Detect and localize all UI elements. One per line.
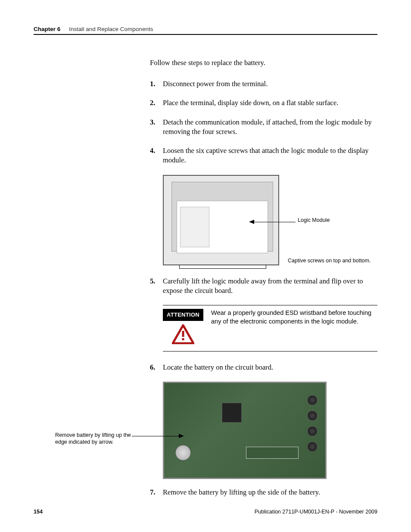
- chapter-label: Chapter 6: [34, 26, 60, 32]
- svg-rect-0: [182, 331, 184, 337]
- step-2: 2. Place the terminal, display side down…: [150, 98, 377, 108]
- step-number: 2.: [150, 98, 155, 108]
- step-text: Carefully lift the logic module away fro…: [163, 277, 363, 295]
- chapter-title: Install and Replace Components: [69, 26, 153, 32]
- steps-list: 1. Disconnect power from the terminal. 2…: [150, 79, 377, 497]
- step-text: Locate the battery on the circuit board.: [163, 363, 273, 371]
- device-image: [163, 175, 279, 265]
- step-number: 4.: [150, 146, 155, 156]
- attention-left: ATTENTION: [163, 309, 203, 344]
- svg-rect-1: [182, 338, 184, 340]
- page-footer: 154 Publication 2711P-UM001J-EN-P - Nove…: [34, 509, 377, 515]
- step-1: 1. Disconnect power from the terminal.: [150, 79, 377, 89]
- battery-icon: [175, 445, 191, 460]
- attention-box: ATTENTION Wear a properly grounded ESD w…: [163, 305, 377, 352]
- figure-logic-module: Logic Module Captive screws on top and b…: [163, 175, 377, 265]
- step-text: Remove the battery by lifting up the sid…: [163, 488, 320, 496]
- label-logic-module: Logic Module: [298, 217, 330, 224]
- step-text: Disconnect power from the terminal.: [163, 80, 268, 88]
- step-number: 1.: [150, 79, 155, 89]
- main-content: Follow these steps to replace the batter…: [150, 59, 377, 497]
- step-text: Detach the communication module, if atta…: [163, 118, 372, 136]
- page-number: 154: [34, 509, 43, 515]
- step-6: 6. Locate the battery on the circuit boa…: [150, 363, 377, 372]
- intro-text: Follow these steps to replace the batter…: [150, 59, 377, 67]
- document-page: Chapter 6 Install and Replace Components…: [0, 0, 411, 532]
- step-3: 3. Detach the communication module, if a…: [150, 118, 377, 137]
- arrow-head-icon: [179, 434, 184, 438]
- attention-text: Wear a properly grounded ESD wristband b…: [211, 309, 377, 326]
- attention-badge: ATTENTION: [163, 309, 203, 321]
- step-number: 5.: [150, 277, 155, 286]
- step-7: 7. Remove the battery by lifting up the …: [150, 488, 377, 497]
- step-4: 4. Loosen the six captive screws that at…: [150, 146, 377, 165]
- step-number: 7.: [150, 488, 155, 497]
- publication-info: Publication 2711P-UM001J-EN-P - November…: [255, 509, 377, 515]
- step-number: 6.: [150, 363, 155, 372]
- figure-circuit-board: [163, 382, 377, 479]
- arrow-line-icon: [132, 436, 180, 436]
- warning-triangle-icon: [172, 324, 194, 344]
- label-captive-screws: Captive screws on top and bottom.: [288, 258, 371, 264]
- step-text: Loosen the six captive screws that attac…: [163, 146, 368, 164]
- page-header: Chapter 6 Install and Replace Components: [34, 26, 377, 35]
- battery-removal-note: Remove battery by lifting up the edge in…: [55, 432, 133, 446]
- step-text: Place the terminal, display side down, o…: [163, 99, 338, 107]
- step-5: 5. Carefully lift the logic module away …: [150, 277, 377, 296]
- step-number: 3.: [150, 118, 155, 127]
- circuit-board-image: [163, 382, 327, 479]
